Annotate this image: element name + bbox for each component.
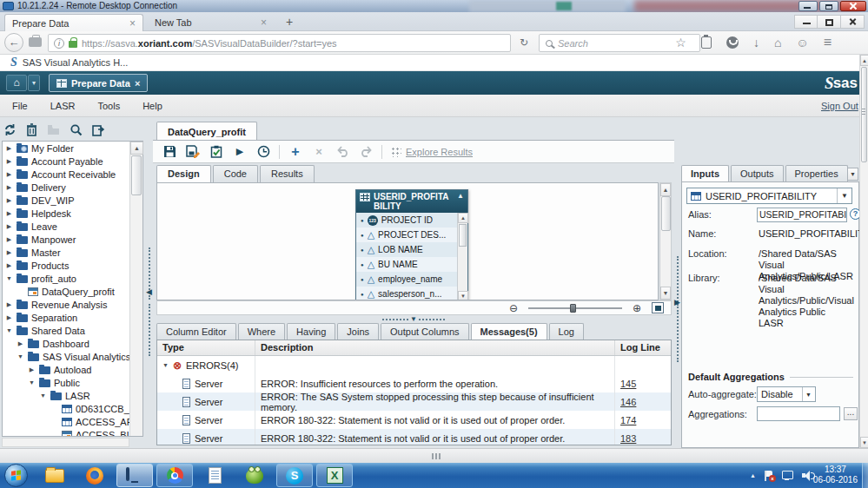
message-row[interactable]: ServerERROR 180-322: Statement is not va… bbox=[157, 429, 671, 445]
input-table-selector[interactable]: USERID_PROFITABILITY ▼ bbox=[686, 188, 852, 204]
dropdown-icon[interactable]: ▼ bbox=[802, 387, 812, 401]
tree-item-revenue-analysis[interactable]: ▶Revenue Analysis bbox=[3, 298, 142, 311]
tree-item-master[interactable]: ▶Master bbox=[3, 246, 142, 259]
network-icon[interactable] bbox=[782, 471, 793, 480]
scroll-down-icon[interactable]: ▼ bbox=[660, 287, 671, 300]
sidebar-vertical-scrollbar[interactable]: ▲ bbox=[129, 142, 142, 436]
tree-item-0d631ccb-dd[interactable]: 0D631CCB_DD... bbox=[3, 402, 142, 415]
tree-expander-icon[interactable]: ▶ bbox=[5, 145, 13, 152]
message-row[interactable]: ServerERROR: The SAS System stopped proc… bbox=[157, 392, 671, 411]
rdp-restore-button[interactable] bbox=[819, 1, 838, 11]
tree-item-sas-visual-analytics[interactable]: ▼SAS Visual Analytics bbox=[3, 350, 142, 363]
tree-expander-icon[interactable]: ▼ bbox=[5, 275, 13, 281]
bottom-tab-joins[interactable]: Joins bbox=[337, 323, 379, 340]
tree-item-manpower[interactable]: ▶Manpower bbox=[3, 233, 142, 246]
validate-button[interactable] bbox=[209, 144, 224, 160]
bookmarks-menu-icon[interactable] bbox=[701, 36, 712, 49]
taskbar-notepad[interactable] bbox=[196, 464, 233, 487]
right-tab-inputs[interactable]: Inputs bbox=[681, 165, 729, 182]
menu-help[interactable]: Help bbox=[142, 101, 162, 111]
tree-item-products[interactable]: ▶Products bbox=[3, 259, 142, 272]
https-lock-icon[interactable] bbox=[69, 41, 77, 48]
taskbar-clock[interactable]: 13:37 06-06-2016 bbox=[813, 465, 858, 485]
column-header-type[interactable]: Type bbox=[157, 340, 255, 355]
node-scrollbar[interactable]: ▲ ▼ bbox=[457, 213, 467, 300]
tree-expander-icon[interactable]: ▶ bbox=[5, 197, 13, 204]
scrollbar-thumb[interactable] bbox=[661, 196, 671, 231]
reload-button[interactable]: ↻ bbox=[516, 36, 532, 51]
app-tab-close-icon[interactable]: × bbox=[135, 78, 140, 89]
zoom-in-icon[interactable]: ⊕ bbox=[633, 302, 641, 314]
column-header-log-line[interactable]: Log Line bbox=[614, 340, 671, 355]
tree-item-dev-wip[interactable]: ▶DEV_WIP bbox=[3, 194, 142, 207]
alias-input[interactable]: USERID_PROFITABILITY bbox=[757, 208, 847, 222]
taskbar-chrome[interactable] bbox=[156, 464, 193, 487]
message-row[interactable]: ServerERROR 180-322: Statement is not va… bbox=[157, 411, 671, 429]
search-icon[interactable] bbox=[70, 123, 83, 136]
tree-expander-icon[interactable]: ▼ bbox=[5, 327, 13, 333]
auto-aggregate-select[interactable]: Disable ▼ bbox=[757, 386, 816, 402]
pocket-icon[interactable] bbox=[726, 36, 739, 49]
aggregations-input[interactable] bbox=[757, 406, 840, 421]
history-icon[interactable] bbox=[29, 37, 42, 47]
tree-expander-icon[interactable]: ▼ bbox=[17, 353, 24, 359]
scroll-down-icon[interactable]: ▼ bbox=[860, 437, 868, 448]
refresh-icon[interactable] bbox=[3, 123, 17, 136]
document-tab[interactable]: DataQuery_profit bbox=[156, 122, 257, 141]
taskbar-firefox[interactable] bbox=[76, 464, 113, 487]
tree-item-public[interactable]: ▼Public bbox=[3, 376, 142, 389]
scrollbar-thumb[interactable] bbox=[131, 155, 142, 195]
add-table-button[interactable]: + bbox=[288, 144, 303, 160]
collapse-left-icon[interactable]: ◀ bbox=[146, 287, 152, 296]
bottom-tab-log[interactable]: Log bbox=[549, 323, 584, 340]
log-line-link[interactable]: 145 bbox=[620, 379, 636, 389]
left-splitter[interactable]: ◀ bbox=[146, 117, 153, 448]
bottom-tab-having[interactable]: Having bbox=[287, 323, 335, 340]
scrollbar-thumb[interactable] bbox=[459, 224, 467, 247]
expand-right-icon[interactable]: ▶ bbox=[674, 298, 680, 307]
taskbar-skype[interactable]: S bbox=[276, 464, 313, 487]
view-tab-design[interactable]: Design bbox=[156, 165, 211, 182]
tree-item-access-ar-p[interactable]: ACCESS_AR_P bbox=[3, 415, 142, 428]
tree-expander-icon[interactable]: ▶ bbox=[17, 340, 24, 347]
start-button[interactable] bbox=[4, 464, 28, 487]
delete-icon[interactable] bbox=[26, 123, 37, 136]
tree-item-access-bud[interactable]: ACCESS_BUD... bbox=[3, 428, 142, 437]
message-group-errors[interactable]: ▼⊗ERRORS(4) bbox=[157, 356, 671, 374]
node-column-project-id[interactable]: ●123PROJECT ID bbox=[356, 213, 467, 228]
scrollbar-thumb[interactable] bbox=[861, 67, 867, 162]
log-line-link[interactable]: 174 bbox=[620, 415, 636, 425]
tree-item-separation[interactable]: ▶Separation bbox=[3, 311, 142, 324]
tree-item-dataquery-profit[interactable]: DataQuery_profit bbox=[3, 285, 142, 298]
scroll-up-icon[interactable]: ▲ bbox=[860, 55, 868, 66]
view-tab-results[interactable]: Results bbox=[260, 165, 315, 182]
save-button[interactable] bbox=[162, 144, 177, 160]
right-tab-properties[interactable]: Properties bbox=[785, 165, 848, 182]
taskbar-remote-desktop[interactable] bbox=[116, 464, 153, 487]
save-as-button[interactable] bbox=[185, 144, 201, 160]
new-tab-button[interactable]: + bbox=[280, 16, 299, 30]
schedule-button[interactable] bbox=[255, 144, 271, 160]
collapse-down-icon[interactable]: ▼ bbox=[410, 315, 417, 323]
browser-tab-prepare-data[interactable]: Prepare Data × bbox=[4, 14, 143, 31]
tree-expander-icon[interactable]: ▶ bbox=[5, 223, 13, 230]
browser-close-button[interactable] bbox=[841, 15, 865, 29]
sign-out-link[interactable]: Sign Out bbox=[821, 101, 861, 111]
info-icon[interactable]: i bbox=[54, 38, 64, 49]
home-icon[interactable]: ⌂ bbox=[774, 35, 781, 50]
node-column-bu-name[interactable]: ●△BU NAME bbox=[356, 257, 467, 272]
aggregations-browse-button[interactable]: ... bbox=[844, 407, 858, 420]
tree-expander-icon[interactable]: ▶ bbox=[28, 366, 36, 373]
tab-overflow-icon[interactable]: ▼ bbox=[847, 168, 858, 181]
taskbar-toad[interactable] bbox=[236, 464, 273, 487]
table-node-header[interactable]: USERID_PROFITABILITY ▲ bbox=[356, 190, 467, 213]
design-canvas[interactable]: USERID_PROFITABILITY ▲ ●123PROJECT ID●△P… bbox=[156, 182, 659, 300]
right-splitter[interactable]: ▶ bbox=[674, 117, 681, 448]
tree-item-my-folder[interactable]: ▶My Folder bbox=[3, 142, 142, 155]
menu-file[interactable]: File bbox=[12, 101, 28, 111]
canvas-bottom-splitter[interactable]: ▼ bbox=[153, 315, 674, 323]
browser-tab-new-tab[interactable]: New Tab × bbox=[148, 14, 274, 31]
tree-expander-icon[interactable]: ▶ bbox=[5, 236, 13, 243]
scroll-up-icon[interactable]: ▲ bbox=[130, 142, 143, 155]
tree-item-account-payable[interactable]: ▶Account Payable bbox=[3, 155, 142, 168]
